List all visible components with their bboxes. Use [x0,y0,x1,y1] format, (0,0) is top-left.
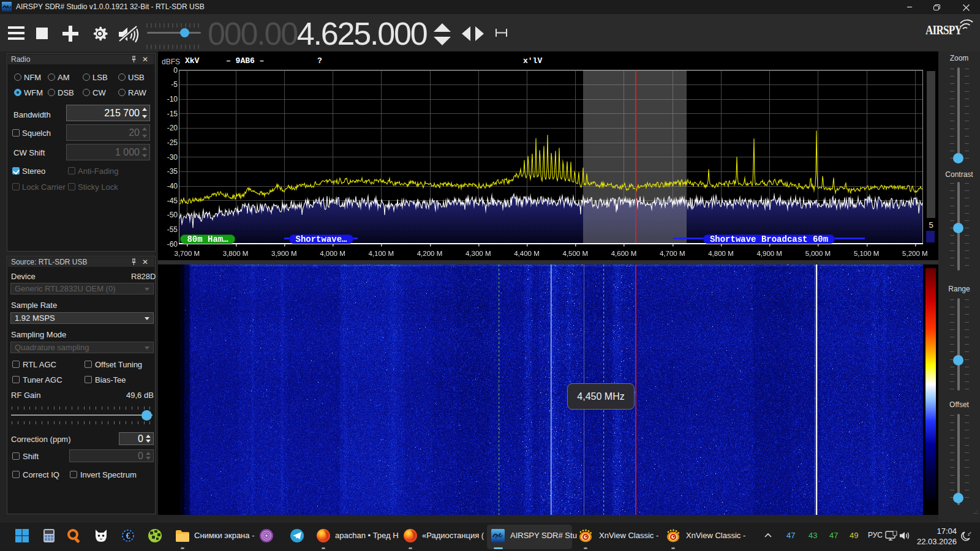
svg-text:z: z [970,531,971,534]
svg-text:€: € [126,531,130,541]
